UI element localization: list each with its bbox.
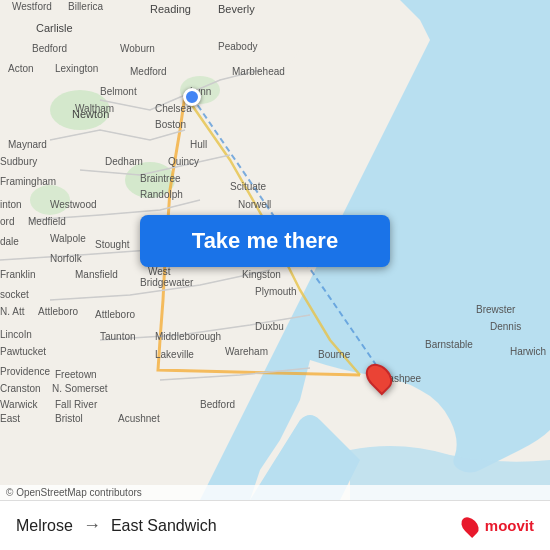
svg-text:Medford: Medford xyxy=(130,66,167,77)
svg-text:Acushnet: Acushnet xyxy=(118,413,160,424)
svg-text:Dennis: Dennis xyxy=(490,321,521,332)
svg-text:Providence: Providence xyxy=(0,366,50,377)
svg-text:Barnstable: Barnstable xyxy=(425,339,473,350)
svg-text:Norwell: Norwell xyxy=(238,199,271,210)
svg-text:Quincy: Quincy xyxy=(168,156,199,167)
svg-text:Franklin: Franklin xyxy=(0,269,36,280)
svg-text:Middleborough: Middleborough xyxy=(155,331,221,342)
map-attribution: © OpenStreetMap contributors xyxy=(0,485,550,500)
svg-text:Cranston: Cranston xyxy=(0,383,41,394)
svg-text:Attleboro: Attleboro xyxy=(95,309,135,320)
map-container: Reading Carlisle Beverly Newton Westford… xyxy=(0,0,550,500)
svg-text:Peabody: Peabody xyxy=(218,41,257,52)
svg-text:Plymouth: Plymouth xyxy=(255,286,297,297)
svg-text:Carlisle: Carlisle xyxy=(36,22,73,34)
svg-text:socket: socket xyxy=(0,289,29,300)
svg-text:Belmont: Belmont xyxy=(100,86,137,97)
svg-text:Medfield: Medfield xyxy=(28,216,66,227)
svg-text:Brewster: Brewster xyxy=(476,304,516,315)
origin-label: Melrose xyxy=(16,517,73,535)
svg-text:Norfolk: Norfolk xyxy=(50,253,83,264)
svg-text:Maynard: Maynard xyxy=(8,139,47,150)
svg-text:Westford: Westford xyxy=(12,1,52,12)
moovit-logo: moovit xyxy=(463,516,534,536)
svg-text:Boston: Boston xyxy=(155,119,186,130)
svg-text:Dedham: Dedham xyxy=(105,156,143,167)
svg-text:Westwood: Westwood xyxy=(50,199,97,210)
origin-marker xyxy=(183,88,201,106)
svg-text:Bristol: Bristol xyxy=(55,413,83,424)
moovit-pin-icon xyxy=(458,513,482,537)
svg-text:inton: inton xyxy=(0,199,22,210)
svg-text:Bedford: Bedford xyxy=(200,399,235,410)
svg-text:Lexington: Lexington xyxy=(55,63,98,74)
svg-text:Scituate: Scituate xyxy=(230,181,267,192)
route-arrow-icon: → xyxy=(83,515,101,536)
svg-text:Pawtucket: Pawtucket xyxy=(0,346,46,357)
svg-text:Bedford: Bedford xyxy=(32,43,67,54)
svg-text:Reading: Reading xyxy=(150,3,191,15)
svg-text:Fall River: Fall River xyxy=(55,399,98,410)
svg-text:Freetown: Freetown xyxy=(55,369,97,380)
svg-text:Warwick: Warwick xyxy=(0,399,38,410)
svg-text:Woburn: Woburn xyxy=(120,43,155,54)
svg-text:Randolph: Randolph xyxy=(140,189,183,200)
svg-text:Bridgewater: Bridgewater xyxy=(140,277,194,288)
svg-text:ord: ord xyxy=(0,216,14,227)
svg-text:N. Somerset: N. Somerset xyxy=(52,383,108,394)
svg-text:Framingham: Framingham xyxy=(0,176,56,187)
svg-text:Harwich: Harwich xyxy=(510,346,546,357)
svg-text:Hull: Hull xyxy=(190,139,207,150)
moovit-brand-text: moovit xyxy=(485,517,534,534)
svg-text:Sudbury: Sudbury xyxy=(0,156,37,167)
svg-text:Lincoln: Lincoln xyxy=(0,329,32,340)
take-me-there-button[interactable]: Take me there xyxy=(140,215,390,267)
svg-text:Waltham: Waltham xyxy=(75,103,114,114)
svg-text:N. Att: N. Att xyxy=(0,306,25,317)
svg-text:Stought: Stought xyxy=(95,239,130,250)
bottom-bar: Melrose → East Sandwich moovit xyxy=(0,500,550,550)
svg-text:West: West xyxy=(148,266,171,277)
destination-label: East Sandwich xyxy=(111,517,217,535)
svg-text:Beverly: Beverly xyxy=(218,3,255,15)
svg-text:Marblehead: Marblehead xyxy=(232,66,285,77)
svg-text:Braintree: Braintree xyxy=(140,173,181,184)
svg-text:Lakeville: Lakeville xyxy=(155,349,194,360)
svg-text:Kingston: Kingston xyxy=(242,269,281,280)
svg-text:Wareham: Wareham xyxy=(225,346,268,357)
svg-text:dale: dale xyxy=(0,236,19,247)
svg-text:East: East xyxy=(0,413,20,424)
svg-text:Taunton: Taunton xyxy=(100,331,136,342)
svg-text:Bourne: Bourne xyxy=(318,349,351,360)
svg-text:Walpole: Walpole xyxy=(50,233,86,244)
destination-marker xyxy=(368,362,390,392)
svg-text:Duxbu: Duxbu xyxy=(255,321,284,332)
svg-text:Acton: Acton xyxy=(8,63,34,74)
svg-text:Billerica: Billerica xyxy=(68,1,103,12)
svg-text:Attleboro: Attleboro xyxy=(38,306,78,317)
svg-text:Mansfield: Mansfield xyxy=(75,269,118,280)
